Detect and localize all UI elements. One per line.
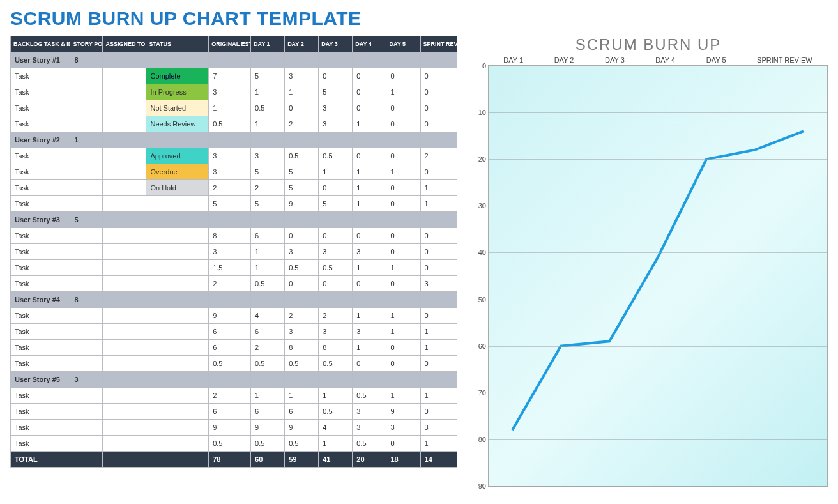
cell: 3 <box>209 164 251 180</box>
cell: 1 <box>420 388 457 404</box>
cell: 2 <box>420 148 457 164</box>
gridline <box>489 393 827 393</box>
cell: 1 <box>251 244 285 260</box>
chart-line-svg <box>489 66 827 486</box>
cell: Task <box>11 228 70 244</box>
cell <box>420 212 457 228</box>
cell <box>70 452 103 468</box>
cell <box>386 292 420 308</box>
cell: 3 <box>353 244 386 260</box>
cell: 1 <box>420 180 457 196</box>
cell: Task <box>11 404 70 420</box>
x-tick-label: DAY 2 <box>554 56 574 64</box>
x-tick-label: DAY 4 <box>655 56 675 64</box>
cell: 5 <box>251 196 285 212</box>
cell <box>146 212 209 228</box>
task-row: Task0.50.50.510.501 <box>11 436 457 452</box>
cell: 4 <box>319 420 353 436</box>
col-header: SPRINT REVIEW <box>420 36 457 52</box>
task-row: TaskOn Hold2250101 <box>11 180 457 196</box>
cell <box>146 420 209 436</box>
cell: 1 <box>285 84 319 100</box>
task-row: Task6660.5390 <box>11 404 457 420</box>
cell <box>70 340 103 356</box>
col-header: DAY 3 <box>319 36 353 52</box>
cell <box>103 228 146 244</box>
cell: 0.5 <box>251 100 285 116</box>
cell: Task <box>11 420 70 436</box>
cell: 0 <box>353 356 386 372</box>
cell <box>353 52 386 68</box>
cell: 8 <box>319 340 353 356</box>
cell: 1 <box>353 164 386 180</box>
task-row: Task5595101 <box>11 196 457 212</box>
cell <box>146 340 209 356</box>
cell: 0.5 <box>209 436 251 452</box>
cell: 0 <box>386 276 420 292</box>
cell <box>103 436 146 452</box>
cell: 0.5 <box>353 436 386 452</box>
y-tick-label: 40 <box>472 248 486 256</box>
cell <box>70 260 103 276</box>
cell: 2 <box>251 340 285 356</box>
cell: Task <box>11 436 70 452</box>
cell: 9 <box>386 404 420 420</box>
cell <box>146 228 209 244</box>
story-row: User Story #53 <box>11 372 457 388</box>
cell: 0.5 <box>285 356 319 372</box>
cell <box>319 372 353 388</box>
cell: 0.5 <box>319 404 353 420</box>
cell: 1 <box>251 260 285 276</box>
cell <box>353 292 386 308</box>
cell: 1 <box>353 260 386 276</box>
col-header: STATUS <box>146 36 209 52</box>
cell: 9 <box>285 420 319 436</box>
total-row: TOTAL78605941201814 <box>11 452 457 468</box>
task-row: Task8600000 <box>11 228 457 244</box>
cell: 6 <box>251 228 285 244</box>
cell: 1 <box>386 260 420 276</box>
cell: 1 <box>319 164 353 180</box>
cell: Task <box>11 244 70 260</box>
chart-plot-area: 0102030405060708090 <box>488 65 828 487</box>
cell: 3 <box>386 420 420 436</box>
cell: 3 <box>319 100 353 116</box>
cell <box>209 372 251 388</box>
cell <box>146 324 209 340</box>
cell: User Story #4 <box>11 292 70 308</box>
cell: User Story #2 <box>11 132 70 148</box>
cell <box>103 276 146 292</box>
cell: 1 <box>319 388 353 404</box>
story-row: User Story #48 <box>11 292 457 308</box>
cell <box>146 196 209 212</box>
page-title: SCRUM BURN UP CHART TEMPLATE <box>10 8 828 29</box>
chart-x-labels: DAY 1DAY 2DAY 3DAY 4DAY 5SPRINT REVIEW <box>469 56 828 65</box>
cell: 1 <box>420 324 457 340</box>
cell: 0 <box>285 228 319 244</box>
cell: 3 <box>70 372 103 388</box>
table-body: User Story #18TaskComplete7530000TaskIn … <box>11 52 457 468</box>
cell: User Story #1 <box>11 52 70 68</box>
story-row: User Story #18 <box>11 52 457 68</box>
cell <box>251 212 285 228</box>
x-tick-label: DAY 3 <box>605 56 625 64</box>
cell: 0 <box>386 228 420 244</box>
status-cell: Approved <box>146 148 209 164</box>
burnup-chart: SCRUM BURN UP DAY 1DAY 2DAY 3DAY 4DAY 5S… <box>469 36 828 487</box>
cell: 2 <box>285 308 319 324</box>
cell: 0 <box>353 228 386 244</box>
cell: Task <box>11 388 70 404</box>
cell: 1 <box>209 100 251 116</box>
task-row: Task9994333 <box>11 420 457 436</box>
cell: 3 <box>285 324 319 340</box>
cell: 0 <box>420 260 457 276</box>
story-row: User Story #35 <box>11 212 457 228</box>
cell: 2 <box>209 180 251 196</box>
gridline <box>489 252 827 253</box>
task-row: TaskApproved330.50.5002 <box>11 148 457 164</box>
cell: 0 <box>386 116 420 132</box>
task-row: Task21110.511 <box>11 388 457 404</box>
gridline <box>489 66 827 66</box>
cell: 0 <box>386 148 420 164</box>
cell: 14 <box>420 452 457 468</box>
